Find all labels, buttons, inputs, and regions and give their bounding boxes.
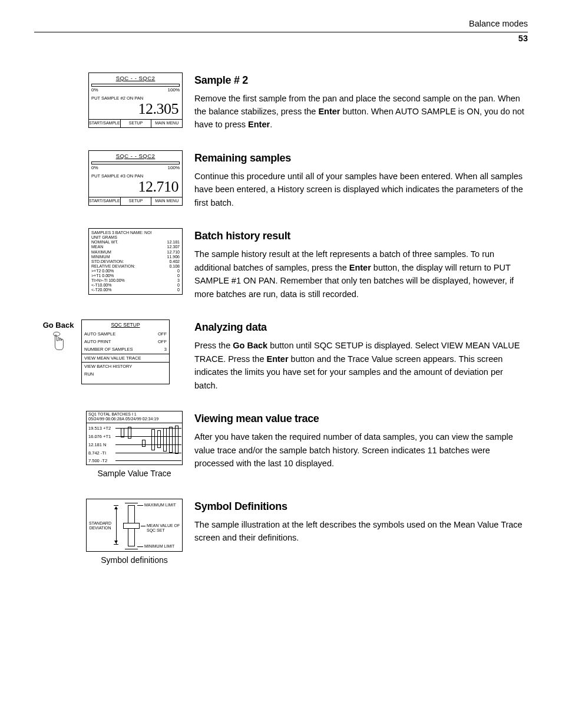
hist-row: MINIMUM11.906: [91, 255, 180, 259]
para-sample-2: Remove the first sample from the pan and…: [194, 92, 528, 131]
btn-setup: SETUP: [121, 197, 152, 205]
heading-sample-2: Sample # 2: [194, 73, 528, 88]
section-name: Balance modes: [469, 19, 528, 28]
pct-100: 100%: [168, 87, 180, 94]
heading-viewing: Viewing mean value trace: [194, 411, 528, 427]
sym-std: STANDARD DEVIATION: [89, 521, 111, 530]
lcd-sample-2: SQC - - SQC2 0% 100% PUT SAMPLE #2 ON PA…: [88, 73, 183, 128]
setup-title: SQC SETUP: [82, 320, 169, 330]
lcd-value: 12.710: [89, 179, 182, 195]
hist-row: RELATIVE DEVIATION:0.108: [91, 264, 180, 269]
sym-mean: MEAN VALUE OF SQC SET: [147, 523, 182, 532]
goback-label: Go Back: [40, 319, 77, 331]
setup-row: AUTO PRINTOFF: [82, 338, 169, 345]
sqc-setup-box: SQC SETUP AUTO SAMPLEOFF AUTO PRINTOFF N…: [81, 319, 170, 384]
page-header: Balance modes: [34, 18, 528, 32]
hist-line: UNIT GRAMS: [91, 235, 180, 240]
para-analyzing: Press the Go Back button until SQC SETUP…: [194, 339, 528, 392]
hist-line: SAMPLES 3 BATCH NAME: NO!: [91, 230, 180, 235]
progress-bar: [91, 84, 180, 87]
hist-row: <-T10.00%0: [91, 283, 180, 288]
trace-header: SQ1 TOTAL BATCHES I 1 05/24/99 08:06:28A…: [87, 411, 182, 423]
hist-row: MEAN12.307: [91, 245, 180, 249]
lcd-buttons: START/SAMPLE SETUP MAIN MENU: [89, 119, 182, 127]
lcd-title: SQC - - SQC2: [89, 152, 182, 160]
heading-symbol: Symbol Definitions: [194, 499, 528, 515]
hist-row: NOMINAL WT.12.181: [91, 240, 180, 245]
symbol-caption: Symbol definitions: [101, 554, 168, 566]
hist-row: >+T1 0.00%0: [91, 274, 180, 278]
btn-start: START/SAMPLE: [89, 120, 121, 127]
para-remaining: Continue this procedure until all of you…: [194, 170, 528, 209]
trace-box: SQ1 TOTAL BATCHES I 1 05/24/99 08:06:28A…: [86, 411, 183, 465]
goback-group: Go Back: [40, 319, 77, 356]
lcd-sample-3: SQC - - SQC2 0% 100% PUT SAMPLE #3 ON PA…: [88, 150, 183, 206]
heading-analyzing: Analyzing data: [194, 319, 528, 335]
para-viewing: After you have taken the required number…: [194, 430, 528, 470]
heading-remaining: Remaining samples: [194, 150, 528, 166]
lcd-buttons: START/SAMPLE SETUP MAIN MENU: [89, 197, 182, 205]
para-symbol: The sample illustration at the left desc…: [194, 518, 528, 545]
setup-row: AUTO SAMPLEOFF: [82, 330, 169, 338]
trace-caption: Sample Value Trace: [97, 467, 171, 480]
btn-setup: SETUP: [121, 120, 152, 127]
symbol-mean-marker: [123, 523, 140, 529]
btn-start: START/SAMPLE: [89, 197, 121, 205]
lcd-value: 12.305: [89, 101, 182, 117]
pct-0: 0%: [91, 164, 98, 172]
btn-main: MAIN MENU: [151, 197, 182, 205]
sym-min: MINIMUM LIMIT: [144, 544, 174, 549]
setup-item: VIEW BATCH HISTORY: [82, 363, 169, 370]
setup-row: NUMBER OF SAMPLES3: [82, 345, 169, 353]
history-box: SAMPLES 3 BATCH NAME: NO! UNIT GRAMS NOM…: [88, 228, 183, 295]
page-number: 53: [34, 32, 528, 45]
hist-row: <-T20.00%0: [91, 288, 180, 292]
hist-row: Tl>N>-Tl 100.00%3: [91, 278, 180, 283]
hist-row: STD.DEVIATION:0.402: [91, 259, 180, 264]
para-batch-history: The sample history result at the left re…: [194, 248, 528, 301]
trace-chart: 19.513 +T2 16.076 +T1 12.181 N 8.742 -TI…: [87, 423, 182, 465]
sym-max: MAXIMUM LIMIT: [144, 503, 176, 508]
pct-0: 0%: [91, 87, 98, 94]
hist-row: >+T2 0.00%0: [91, 269, 180, 274]
progress-bar: [91, 162, 180, 164]
hand-press-icon: [50, 331, 67, 353]
heading-batch-history: Batch history result: [194, 228, 528, 244]
pct-100: 100%: [168, 164, 180, 172]
setup-highlight: VIEW MEAN VALUE TRACE: [82, 354, 169, 363]
hist-row: MAXIMUM12.710: [91, 250, 180, 255]
symbol-box: MAXIMUM LIMIT MEAN VALUE OF SQC SET MINI…: [86, 499, 183, 552]
lcd-title: SQC - - SQC2: [89, 74, 182, 83]
btn-main: MAIN MENU: [151, 120, 182, 127]
setup-item: RUN: [82, 370, 169, 378]
